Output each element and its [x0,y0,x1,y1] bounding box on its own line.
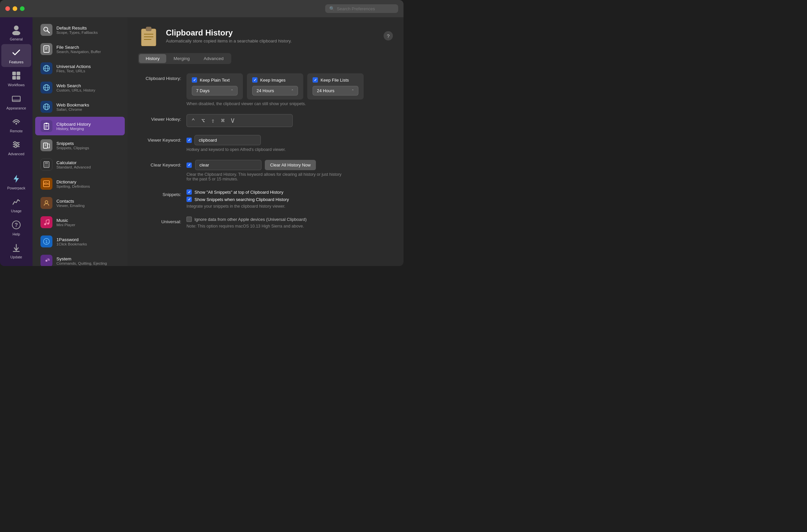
file-lists-checkbox[interactable] [313,77,318,82]
plain-text-label: Keep Plain Text [200,78,230,82]
clear-keyword-checkbox[interactable] [187,163,192,168]
feature-item-clipboard-history[interactable]: Clipboard History History, Merging [35,117,125,135]
clipboard-history-label: Clipboard History: [138,73,181,81]
sidebar-item-features[interactable]: Features [1,44,31,67]
svg-rect-3 [17,72,20,75]
sidebar-item-usage[interactable]: Usage [1,193,31,216]
file-lists-dropdown[interactable]: 24 Hours ⌃ [313,86,358,96]
titlebar: 🔍 [0,0,404,17]
svg-point-49 [48,166,48,167]
plain-text-checkbox[interactable] [192,77,197,82]
system-icon [40,255,52,266]
file-search-icon [40,43,52,55]
svg-point-47 [45,166,45,167]
feature-item-file-search[interactable]: File Search Search, Navigation, Buffer [35,40,125,58]
svg-marker-15 [14,175,19,183]
hotkey-input[interactable]: ⌃ ⌥ ⇧ ⌘ V [187,114,293,127]
help-icon: ? [10,219,22,231]
snippets-checkbox-2[interactable] [187,197,192,202]
tab-history[interactable]: History [139,54,166,63]
feature-item-calculator[interactable]: Calculator Standard, Advanced [35,155,125,174]
plain-text-option: Keep Plain Text 7 Days ⌃ [187,73,243,99]
feature-item-web-bookmarks[interactable]: Web Bookmarks Safari, Chrome [35,97,125,116]
clipboard-options: Keep Plain Text 7 Days ⌃ [187,73,393,99]
svg-point-0 [14,25,19,30]
general-icon [10,24,22,36]
clipboard-history-icon [40,120,52,132]
sidebar-item-appearance[interactable]: Appearance [1,90,31,113]
universal-checkbox[interactable] [187,216,192,222]
feature-item-universal-actions[interactable]: Universal Actions Files, Text, URLs [35,59,125,78]
hotkey-symbols: ⌃ ⌥ ⇧ ⌘ V [191,117,236,124]
feature-item-default-results[interactable]: Default Results Scope, Types, Fallbacks [35,21,125,39]
close-button[interactable] [5,6,10,11]
search-bar[interactable]: 🔍 [325,4,398,13]
sidebar-item-update[interactable]: Update [1,239,31,262]
clear-all-history-button[interactable]: Clear All History Now [265,160,316,170]
svg-rect-34 [44,124,49,129]
snippets-checkbox-1[interactable] [187,189,192,195]
universal-label: Universal: [138,216,181,224]
sidebar-item-workflows[interactable]: Workflows [1,67,31,90]
sidebar-label-help: Help [13,232,20,236]
svg-line-57 [46,220,49,220]
calculator-icon [40,158,52,170]
detail-title: Clipboard History [166,28,377,37]
svg-point-52 [45,201,48,203]
main-content: General Features [0,17,404,266]
feature-item-1password[interactable]: 1 1Password 1Click Bookmarks [35,232,125,251]
clipboard-history-note: When disabled, the clipboard viewer can … [187,101,393,106]
feature-item-dictionary[interactable]: abc Dictionary Spelling, Definitions [35,174,125,193]
minimize-button[interactable] [13,6,17,11]
svg-point-14 [15,146,17,148]
feature-item-system[interactable]: System Commands, Quitting, Ejecting [35,251,125,266]
sidebar-label-remote: Remote [10,129,23,133]
clear-keyword-label: Clear Keyword: [138,160,181,168]
detail-subtitle: Automatically store copied items in a se… [166,38,377,43]
search-input[interactable] [337,6,394,11]
plain-text-dropdown[interactable]: 7 Days ⌃ [192,86,238,96]
fullscreen-button[interactable] [20,6,24,11]
update-icon [10,242,22,254]
svg-rect-43 [45,163,48,164]
web-search-icon [40,81,52,94]
images-label: Keep Images [260,78,286,82]
snippets-icon [40,139,52,151]
universal-row: Universal: Ignore data from other Apple … [138,216,393,229]
snippets-option-2: Show Snippets when searching Clipboard H… [194,197,289,202]
universal-option-label: Ignore data from other Apple devices (Un… [194,217,306,222]
svg-point-44 [45,165,45,165]
tab-advanced[interactable]: Advanced [197,54,230,63]
feature-item-web-search[interactable]: Web Search Custom, URLs, History [35,78,125,97]
images-dropdown[interactable]: 24 Hours ⌃ [252,86,298,96]
tab-merging[interactable]: Merging [167,54,196,63]
sidebar-item-remote[interactable]: Remote [1,113,31,136]
feature-sidebar: Default Results Scope, Types, Fallbacks … [33,17,127,266]
svg-point-13 [17,144,19,146]
powerpack-icon [10,173,22,185]
sidebar-item-powerpack[interactable]: Powerpack [1,170,31,193]
universal-actions-icon [40,62,52,74]
remote-icon [10,116,22,128]
svg-text:1: 1 [45,239,48,244]
viewer-keyword-note: Hotkey and keyword to open Alfred's clip… [187,147,393,152]
help-button[interactable]: ? [383,31,393,40]
viewer-keyword-input[interactable]: clipboard [194,135,261,145]
usage-icon [10,196,22,208]
svg-point-8 [16,123,17,125]
sidebar-label-general: General [10,37,22,41]
main-window: 🔍 General Features [0,0,404,266]
images-checkbox[interactable] [252,77,258,82]
clipboard-history-row: Clipboard History: Keep Plain Text 7 Da [138,73,393,106]
sidebar-item-advanced[interactable]: Advanced [1,136,31,159]
feature-item-music[interactable]: Music Mini Player [35,213,125,231]
sidebar-label-usage: Usage [11,209,22,213]
viewer-keyword-checkbox[interactable] [187,138,192,143]
feature-item-snippets[interactable]: Snippets Snippets, Clippings [35,136,125,155]
feature-item-contacts[interactable]: Contacts Viewer, Emailing [35,194,125,212]
sidebar-item-help[interactable]: ? Help [1,216,31,239]
sidebar-item-general[interactable]: General [1,21,31,44]
clear-keyword-note: Clear the Clipboard History. This keywor… [187,172,346,182]
viewer-hotkey-label: Viewer Hotkey: [138,114,181,122]
svg-line-21 [48,31,50,33]
